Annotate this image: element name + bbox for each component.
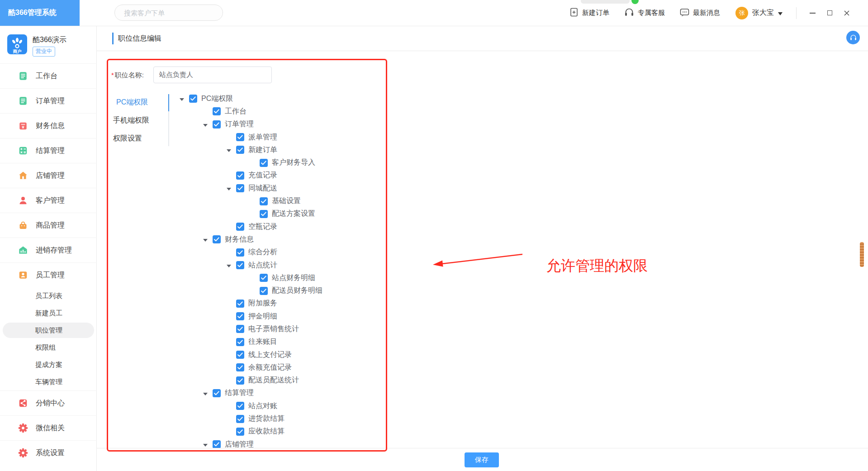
merchant-status-badge: 营业中 [33,47,55,57]
tab-position-edit[interactable]: 职位信息编辑 [112,33,161,44]
tree-node-label[interactable]: 余额充值记录 [248,363,292,372]
tree-expand-caret[interactable] [225,182,236,195]
tree-node-label[interactable]: 财务信息 [225,235,254,244]
tree-node-label[interactable]: 订单管理 [225,119,254,129]
tree-expand-caret[interactable] [178,92,189,105]
checkbox-checked-icon[interactable] [236,261,244,269]
checkbox-checked-icon[interactable] [236,338,244,346]
checkbox-checked-icon[interactable] [236,133,244,141]
sidebar-item-微信相关[interactable]: 微信相关 [0,415,97,440]
sidebar-item-客户管理[interactable]: 客户管理 [0,188,97,213]
tree-expand-caret[interactable] [225,259,236,271]
checkbox-checked-icon[interactable] [213,120,221,128]
checkbox-checked-icon[interactable] [236,300,244,308]
sidebar-item-商品管理[interactable]: 商品管理 [0,213,97,238]
sidebar-item-分销中心[interactable]: 分销中心 [0,390,97,415]
checkbox-checked-icon[interactable] [213,389,221,397]
checkbox-checked-icon[interactable] [260,274,268,282]
checkbox-checked-icon[interactable] [213,107,221,115]
tree-node-label[interactable]: 配送员财务明细 [272,286,323,295]
tree-node-label[interactable]: 往来账目 [248,337,277,347]
topbar-action-3[interactable]: 最新消息 [679,7,720,19]
sidebar-item-员工管理[interactable]: 员工管理 [0,262,97,287]
tree-node-label[interactable]: 充值记录 [248,171,277,180]
checkbox-checked-icon[interactable] [189,95,197,103]
checkbox-checked-icon[interactable] [260,159,268,167]
checkbox-checked-icon[interactable] [260,210,268,218]
checkbox-checked-icon[interactable] [260,197,268,205]
sidebar-subitem-车辆管理[interactable]: 车辆管理 [0,373,97,390]
tree-node-label[interactable]: 派单管理 [248,133,277,142]
tree-node-label[interactable]: 同城配送 [248,184,277,193]
system-icon [18,448,28,458]
sidebar-subitem-职位管理[interactable]: 职位管理 [0,322,97,339]
close-icon[interactable] [843,9,851,17]
tree-node-label[interactable]: PC端权限 [201,94,233,104]
save-bar: 保存 [97,448,868,471]
tree-node-label[interactable]: 新建订单 [248,145,277,155]
tree-node-label[interactable]: 站点财务明细 [272,273,315,283]
save-button[interactable]: 保存 [465,452,499,467]
sidebar-item-财务信息[interactable]: ¥财务信息 [0,113,97,138]
sidebar-subitem-权限组[interactable]: 权限组 [0,339,97,356]
caret-down-icon [227,188,231,190]
sidebar-item-结算管理[interactable]: 结算管理 [0,138,97,163]
tree-caret-slot [249,208,260,220]
checkbox-checked-icon[interactable] [236,415,244,423]
checkbox-checked-icon[interactable] [236,363,244,371]
tree-node-label[interactable]: 应收款结算 [248,427,285,436]
checkbox-checked-icon[interactable] [236,428,244,436]
checkbox-checked-icon[interactable] [236,223,244,231]
topbar-action-1[interactable]: 新建订单 [569,7,609,19]
customer-service-float-icon[interactable] [846,31,860,44]
topbar-action-2[interactable]: 专属客服 [624,7,665,19]
tree-node-label[interactable]: 配送员配送统计 [248,376,299,385]
checkbox-checked-icon[interactable] [236,402,244,410]
tree-node-label[interactable]: 押金明细 [248,312,277,321]
tree-expand-caret[interactable] [225,143,236,156]
tree-caret-slot [225,374,236,387]
checkbox-checked-icon[interactable] [236,325,244,333]
checkbox-checked-icon[interactable] [236,312,244,320]
tree-expand-caret[interactable] [202,387,213,400]
position-name-input[interactable] [153,67,272,83]
checkbox-checked-icon[interactable] [213,235,221,243]
tree-node-label[interactable]: 基础设置 [272,196,301,206]
minimize-icon[interactable] [808,9,816,17]
checkbox-checked-icon[interactable] [260,287,268,295]
tree-node-label[interactable]: 配送方案设置 [272,209,315,219]
sidebar-item-工作台[interactable]: 工作台 [0,63,97,88]
checkbox-checked-icon[interactable] [236,146,244,154]
checkbox-checked-icon[interactable] [236,351,244,359]
maximize-icon[interactable] [825,9,834,17]
sidebar-subitem-提成方案[interactable]: 提成方案 [0,356,97,373]
checkbox-checked-icon[interactable] [236,184,244,192]
search-input[interactable] [114,5,223,21]
sidebar-item-订单管理[interactable]: 订单管理 [0,88,97,113]
toast-remnant [581,0,630,4]
tree-node-label[interactable]: 客户财务导入 [272,158,315,167]
tree-node-label[interactable]: 空瓶记录 [248,222,277,232]
tree-node-label[interactable]: 结算管理 [225,388,254,398]
tree-node-label[interactable]: 电子票销售统计 [248,324,299,334]
sidebar-subitem-新建员工[interactable]: 新建员工 [0,304,97,322]
checkbox-checked-icon[interactable] [236,376,244,385]
sidebar-subitem-员工列表[interactable]: 员工列表 [0,287,97,304]
tree-node-label[interactable]: 线上支付记录 [248,350,292,360]
tree-expand-caret[interactable] [202,233,213,246]
tree-node-label[interactable]: 附加服务 [248,299,277,308]
tree-node-label[interactable]: 综合分析 [248,247,277,257]
tree-expand-caret[interactable] [202,118,213,131]
checkbox-checked-icon[interactable] [213,440,221,448]
tree-node-label[interactable]: 站点统计 [248,261,277,270]
tree-node-label[interactable]: 站点对账 [248,401,277,411]
sidebar-item-店铺管理[interactable]: 店铺管理 [0,163,97,188]
user-menu[interactable]: 张 张大宝 [735,7,783,19]
sidebar-item-系统设置[interactable]: 系统设置 [0,440,97,465]
scrollbar-thumb[interactable] [860,242,864,267]
checkbox-checked-icon[interactable] [236,171,244,180]
tree-node-label[interactable]: 工作台 [225,107,247,116]
sidebar-item-进销存管理[interactable]: 进销存管理 [0,238,97,262]
tree-node-label[interactable]: 进货款结算 [248,414,285,423]
checkbox-checked-icon[interactable] [236,248,244,257]
